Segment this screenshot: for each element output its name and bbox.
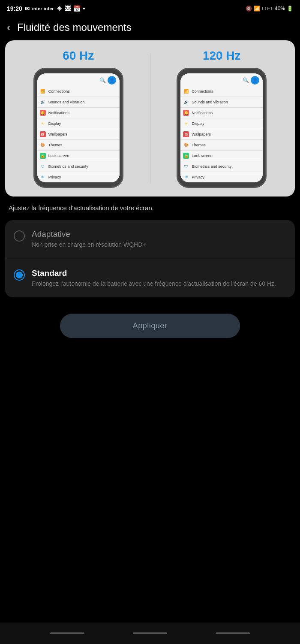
list-item: 🔊 Sounds and vibration bbox=[180, 97, 263, 108]
phone-screen-120: 🔍 👤 📶 Connections 🔊 Sounds and vibration bbox=[180, 73, 263, 182]
image-icon: 🖼 bbox=[65, 5, 71, 12]
wifi-icon-r: 📶 bbox=[183, 88, 189, 94]
item-label: Biometrics and security bbox=[192, 164, 231, 169]
option-standard-subtitle: Prolongez l'autonomie de la batterie ave… bbox=[32, 280, 286, 288]
list-item: 👁 Privacy bbox=[180, 172, 263, 182]
option-standard[interactable]: Standard Prolongez l'autonomie de la bat… bbox=[5, 259, 295, 298]
bottom-nav bbox=[0, 623, 300, 644]
apply-button-wrapper: Appliquer bbox=[0, 302, 300, 350]
signal-icon: LTE1 bbox=[262, 6, 273, 11]
item-label: Wallpapers bbox=[48, 132, 68, 136]
phone-frame-60: 🔍 👤 📶 Connections 🔊 Sounds and vibration bbox=[33, 68, 123, 188]
status-bar: 19:20 ✉ inter inter ☀ 🖼 📅 • 🔇 📶 LTE1 40%… bbox=[0, 0, 300, 17]
phone-topbar-60: 🔍 👤 bbox=[37, 73, 120, 86]
bio-icon: 🛡 bbox=[40, 163, 46, 169]
notif-icon-r: 🔔 bbox=[183, 110, 189, 116]
item-label: Notifications bbox=[192, 111, 213, 115]
item-label: Sounds and vibration bbox=[192, 100, 228, 104]
option-adaptative-text: Adaptative Non prise en charge en résolu… bbox=[32, 230, 286, 249]
radio-standard-inner bbox=[16, 272, 23, 278]
phone-avatar-120: 👤 bbox=[251, 76, 259, 85]
avatar-icon-120: 👤 bbox=[252, 78, 258, 83]
calendar-icon: 📅 bbox=[73, 5, 81, 12]
wallpaper-icon-r: 🖼 bbox=[183, 131, 189, 137]
lock-icon-r: 🔒 bbox=[183, 153, 189, 159]
apply-button[interactable]: Appliquer bbox=[60, 314, 240, 338]
themes-icon-r: 🎨 bbox=[183, 142, 189, 148]
back-button[interactable]: ‹ bbox=[7, 21, 10, 33]
privacy-icon-r: 👁 bbox=[183, 174, 189, 180]
item-label: Display bbox=[192, 121, 204, 126]
nav-bar-left bbox=[50, 632, 84, 634]
option-standard-title: Standard bbox=[32, 269, 286, 278]
settings-list-120: 📶 Connections 🔊 Sounds and vibration 🔔 N… bbox=[180, 86, 263, 182]
page-header: ‹ Fluidité des mouvements bbox=[0, 17, 300, 40]
list-item: ☀ Display bbox=[180, 118, 263, 129]
list-item: 👁 Privacy bbox=[37, 172, 120, 182]
description-text: Ajustez la fréquence d'actualisation de … bbox=[0, 197, 300, 216]
phone-topbar-120: 🔍 👤 bbox=[180, 73, 263, 86]
battery-icon: 🔋 bbox=[287, 6, 293, 12]
list-item: 📶 Connections bbox=[37, 86, 120, 97]
comparison-card: 60 Hz 🔍 👤 📶 Connections 🔊 Sounds bbox=[5, 40, 295, 197]
item-label: Themes bbox=[48, 143, 63, 147]
phone-avatar-60: 👤 bbox=[108, 76, 116, 85]
phone-search-icon-120: 🔍 bbox=[243, 77, 249, 83]
list-item: 🔊 Sounds and vibration bbox=[37, 97, 120, 108]
item-label: Display bbox=[48, 121, 61, 126]
battery-text: 40% bbox=[275, 6, 285, 12]
sound-icon: 🔊 bbox=[40, 99, 46, 105]
list-item: ☀ Display bbox=[37, 118, 120, 129]
option-adaptative[interactable]: Adaptative Non prise en charge en résolu… bbox=[5, 220, 295, 259]
time-text: 19:20 bbox=[7, 5, 22, 12]
list-item: 🖼 Wallpapers bbox=[180, 129, 263, 140]
themes-icon: 🎨 bbox=[40, 142, 46, 148]
weather-icon: ☀ bbox=[57, 5, 62, 12]
options-card: Adaptative Non prise en charge en résolu… bbox=[5, 220, 295, 297]
option-adaptative-subtitle: Non prise en charge en résolution WQHD+ bbox=[32, 241, 286, 249]
item-label: Lock screen bbox=[192, 154, 213, 158]
phone-col-120hz: 120 Hz 🔍 👤 📶 Connections 🔊 Sound bbox=[156, 49, 288, 188]
carrier-text: inter inter bbox=[32, 6, 54, 11]
nav-bar-right bbox=[216, 632, 250, 634]
item-label: Connections bbox=[192, 89, 213, 94]
item-label: Notifications bbox=[48, 111, 69, 115]
radio-adaptative[interactable] bbox=[14, 230, 25, 242]
privacy-icon: 👁 bbox=[40, 174, 46, 180]
list-item: 🛡 Biometrics and security bbox=[37, 161, 120, 172]
sound-icon-r: 🔊 bbox=[183, 99, 189, 105]
list-item: 📶 Connections bbox=[180, 86, 263, 97]
page-title: Fluidité des mouvements bbox=[17, 21, 132, 33]
phone-search-icon-60: 🔍 bbox=[99, 77, 106, 83]
phone-screen-60: 🔍 👤 📶 Connections 🔊 Sounds and vibration bbox=[37, 73, 120, 182]
display-icon-r: ☀ bbox=[183, 121, 189, 127]
lock-icon: 🔒 bbox=[40, 153, 46, 159]
radio-standard[interactable] bbox=[14, 269, 25, 281]
item-label: Biometrics and security bbox=[48, 164, 88, 169]
phone-frame-120: 🔍 👤 📶 Connections 🔊 Sounds and vibration bbox=[177, 68, 267, 188]
list-item: 🛡 Biometrics and security bbox=[180, 161, 263, 172]
status-icons: 🔇 📶 LTE1 40% 🔋 bbox=[246, 6, 293, 12]
bio-icon-r: 🛡 bbox=[183, 163, 189, 169]
nav-bar-center bbox=[133, 632, 167, 634]
wifi-icon: 📶 bbox=[40, 88, 46, 94]
item-label: Wallpapers bbox=[192, 132, 211, 136]
item-label: Privacy bbox=[192, 175, 204, 179]
list-item: 🎨 Themes bbox=[180, 140, 263, 151]
list-item: 🖼 Wallpapers bbox=[37, 129, 120, 140]
item-label: Privacy bbox=[48, 175, 61, 179]
avatar-icon: 👤 bbox=[109, 78, 114, 83]
hz-label-120: 120 Hz bbox=[203, 49, 241, 63]
list-item: 🔔 Notifications bbox=[37, 108, 120, 118]
item-label: Lock screen bbox=[48, 154, 69, 158]
option-standard-text: Standard Prolongez l'autonomie de la bat… bbox=[32, 269, 286, 288]
wifi-icon: 📶 bbox=[254, 6, 260, 12]
list-item: 🎨 Themes bbox=[37, 140, 120, 151]
display-icon: ☀ bbox=[40, 121, 46, 127]
item-label: Connections bbox=[48, 89, 70, 94]
option-adaptative-title: Adaptative bbox=[32, 230, 286, 239]
item-label: Sounds and vibration bbox=[48, 100, 85, 104]
list-item: 🔔 Notifications bbox=[180, 108, 263, 118]
comparison-divider bbox=[150, 53, 150, 184]
list-item: 🔒 Lock screen bbox=[180, 151, 263, 161]
